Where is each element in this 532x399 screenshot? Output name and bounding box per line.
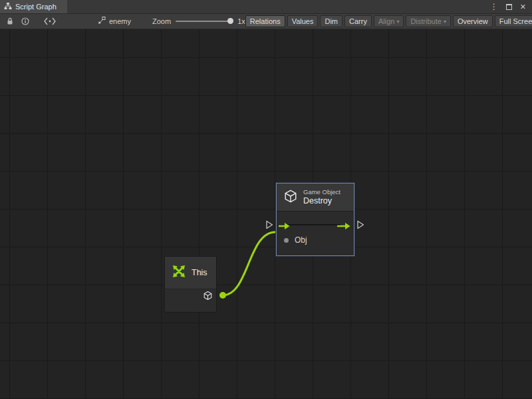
graph-pointer-icon (97, 17, 106, 26)
carry-button[interactable]: Carry (344, 15, 372, 27)
obj-port-dot[interactable] (284, 238, 289, 243)
flow-in-arrow-icon[interactable] (279, 221, 290, 233)
this-output-cube-icon[interactable] (203, 291, 213, 303)
distribute-dropdown[interactable]: Distribute ▾ (406, 15, 450, 27)
window-controls: ⋮ ✕ (490, 0, 532, 13)
this-arrows-icon (170, 263, 188, 283)
game-object-cube-icon (283, 189, 298, 206)
obj-port-label: Obj (295, 235, 307, 245)
dim-button[interactable]: Dim (320, 15, 342, 27)
chevron-down-icon: ▾ (444, 19, 446, 25)
destroy-node-header: Game Object Destroy (277, 184, 354, 211)
title-bar: Script Graph ⋮ ✕ (0, 0, 532, 14)
destroy-flow-row (277, 219, 354, 231)
node-title: Destroy (303, 196, 340, 207)
this-to-destroy-connection[interactable] (223, 232, 275, 295)
node-category: Game Object (303, 188, 340, 196)
lock-icon[interactable] (3, 14, 17, 29)
window-menu-icon[interactable]: ⋮ (490, 3, 498, 11)
graph-canvas[interactable]: Game Object Destroy (0, 29, 532, 399)
flow-rail (287, 224, 340, 225)
graph-name: enemy (109, 17, 131, 25)
destroy-output-flow-port[interactable] (356, 220, 364, 229)
graph-breadcrumb[interactable]: enemy (93, 17, 135, 26)
values-button[interactable]: Values (287, 15, 319, 27)
zoom-value: 1x (237, 17, 245, 25)
node-destroy[interactable]: Game Object Destroy (276, 183, 354, 256)
full-screen-button[interactable]: Full Screen (495, 15, 532, 27)
destroy-obj-port[interactable]: Obj (284, 235, 307, 245)
overview-button[interactable]: Overview (453, 15, 493, 27)
node-title: This (192, 268, 207, 277)
align-dropdown[interactable]: Align ▾ (374, 15, 404, 27)
connection-layer (0, 29, 532, 399)
zoom-control: Zoom 1x (152, 17, 245, 25)
this-output-port[interactable] (219, 292, 226, 299)
maximize-icon[interactable] (506, 4, 512, 10)
tab-title: Script Graph (15, 3, 57, 11)
relations-button[interactable]: Relations (245, 15, 285, 27)
close-icon[interactable]: ✕ (520, 3, 526, 11)
destroy-input-flow-port[interactable] (265, 220, 273, 229)
node-this[interactable]: This (164, 256, 217, 313)
toolbar-buttons: Relations Values Dim Carry Align ▾ Distr… (245, 15, 532, 27)
script-graph-window: Script Graph ⋮ ✕ (0, 0, 532, 399)
edit-unit-icon[interactable] (40, 14, 60, 29)
info-icon[interactable] (17, 14, 33, 29)
chevron-down-icon: ▾ (396, 19, 399, 25)
zoom-label: Zoom (152, 17, 171, 25)
graph-tab-icon (4, 2, 12, 11)
graph-toolbar: enemy Zoom 1x Relations Values Dim Carry (0, 14, 532, 29)
zoom-slider-handle[interactable] (227, 18, 233, 24)
tab-script-graph[interactable]: Script Graph (0, 0, 67, 13)
zoom-slider[interactable] (176, 21, 233, 22)
flow-out-arrow-icon[interactable] (337, 221, 350, 233)
this-node-header: This (165, 257, 216, 289)
destroy-node-titles: Game Object Destroy (303, 188, 340, 207)
